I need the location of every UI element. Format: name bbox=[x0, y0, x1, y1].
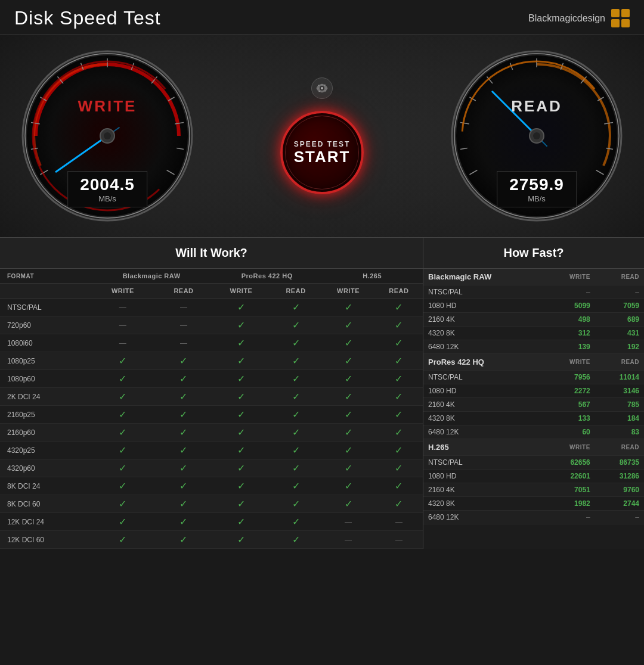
start-label-top: SPEED TEST bbox=[294, 140, 351, 148]
speed-row: NTSC/PAL 7956 11014 bbox=[423, 371, 644, 384]
table-row: 1080i60——✓✓✓✓ bbox=[0, 334, 423, 352]
write-col-label: WRITE bbox=[544, 269, 595, 285]
column-group-headers: FORMAT Blackmagic RAW ProRes 422 HQ H.26… bbox=[0, 269, 423, 284]
check-cell: ✓ bbox=[155, 442, 213, 459]
will-it-work-panel: Will It Work? FORMAT Blackmagic RAW ProR… bbox=[0, 238, 423, 549]
speed-write-val: 5099 bbox=[544, 299, 595, 313]
table-row: 2160p25✓✓✓✓✓✓ bbox=[0, 406, 423, 424]
codec-name: Blackmagic RAW bbox=[423, 269, 544, 285]
speed-row: 1080 HD 5099 7059 bbox=[423, 299, 644, 313]
check-cell: ✓ bbox=[321, 442, 374, 459]
brand-logo: Blackmagicdesign bbox=[528, 9, 630, 27]
table-row: 4320p25✓✓✓✓✓✓ bbox=[0, 442, 423, 459]
speed-write-val: 62656 bbox=[544, 456, 595, 470]
format-name-cell: 1080i60 bbox=[0, 334, 91, 352]
check-cell: ✓ bbox=[321, 424, 374, 442]
check-cell: ✓ bbox=[270, 299, 322, 316]
speed-table-body: Blackmagic RAW WRITE READ NTSC/PAL – – 1… bbox=[423, 269, 644, 524]
speed-read-val: 86735 bbox=[595, 456, 644, 470]
format-name-cell: 720p60 bbox=[0, 316, 91, 334]
format-name-cell: 12K DCI 60 bbox=[0, 531, 91, 549]
check-cell: ✓ bbox=[155, 352, 213, 370]
check-cell: ✓ bbox=[212, 513, 270, 531]
format-name-cell: 2160p60 bbox=[0, 424, 91, 442]
format-table: FORMAT Blackmagic RAW ProRes 422 HQ H.26… bbox=[0, 269, 423, 549]
check-cell: ✓ bbox=[270, 388, 322, 406]
format-name-cell: 8K DCI 24 bbox=[0, 477, 91, 495]
check-cell: ✓ bbox=[212, 531, 270, 549]
check-cell: ✓ bbox=[270, 459, 322, 477]
check-cell: ✓ bbox=[270, 531, 322, 549]
codec-name: H.265 bbox=[423, 439, 544, 456]
pr-write-header: WRITE bbox=[212, 284, 270, 299]
speed-write-val: 22601 bbox=[544, 470, 595, 483]
format-name-cell: 1080p25 bbox=[0, 352, 91, 370]
settings-button[interactable] bbox=[311, 77, 333, 99]
brand-square-3 bbox=[611, 19, 620, 27]
check-cell: ✓ bbox=[212, 495, 270, 513]
check-cell: ✓ bbox=[212, 316, 270, 334]
check-cell: — bbox=[155, 334, 213, 352]
speed-read-val: 689 bbox=[595, 313, 644, 327]
speed-row-name: NTSC/PAL bbox=[423, 285, 544, 299]
read-col-label: READ bbox=[595, 354, 644, 371]
table-row: 2160p60✓✓✓✓✓✓ bbox=[0, 424, 423, 442]
speed-write-val: 7956 bbox=[544, 371, 595, 384]
start-button[interactable]: SPEED TEST START bbox=[280, 111, 364, 194]
check-cell: ✓ bbox=[270, 352, 322, 370]
check-cell: — bbox=[375, 513, 423, 531]
read-gauge: READ 2759.9 MB/s bbox=[447, 46, 626, 225]
brand-square-1 bbox=[611, 9, 620, 17]
format-name-cell: 8K DCI 60 bbox=[0, 495, 91, 513]
read-unit: MB/s bbox=[509, 194, 564, 203]
codec-name: ProRes 422 HQ bbox=[423, 354, 544, 371]
check-cell: ✓ bbox=[212, 388, 270, 406]
column-subheaders: WRITE READ WRITE READ WRITE READ bbox=[0, 284, 423, 299]
check-cell: — bbox=[155, 299, 213, 316]
speed-row: 4320 8K 1982 2744 bbox=[423, 497, 644, 511]
center-controls: SPEED TEST START bbox=[280, 77, 364, 194]
speed-write-val: 1982 bbox=[544, 497, 595, 511]
check-cell: ✓ bbox=[91, 495, 155, 513]
data-section: Will It Work? FORMAT Blackmagic RAW ProR… bbox=[0, 238, 644, 549]
check-cell: ✓ bbox=[270, 442, 322, 459]
check-cell: ✓ bbox=[212, 406, 270, 424]
speed-read-val: 184 bbox=[595, 412, 644, 425]
speed-row-name: NTSC/PAL bbox=[423, 456, 544, 470]
check-cell: — bbox=[91, 334, 155, 352]
write-label: WRITE bbox=[78, 97, 137, 116]
speed-row: 4320 8K 133 184 bbox=[423, 412, 644, 425]
check-cell: ✓ bbox=[155, 477, 213, 495]
speed-row: 2160 4K 498 689 bbox=[423, 313, 644, 327]
speed-row: NTSC/PAL 62656 86735 bbox=[423, 456, 644, 470]
format-name-cell: 2K DCI 24 bbox=[0, 388, 91, 406]
check-cell: ✓ bbox=[212, 334, 270, 352]
check-cell: ✓ bbox=[91, 477, 155, 495]
speed-row: 1080 HD 22601 31286 bbox=[423, 470, 644, 483]
check-cell: ✓ bbox=[270, 370, 322, 388]
check-cell: ✓ bbox=[375, 442, 423, 459]
table-row: 12K DCI 60✓✓✓✓—— bbox=[0, 531, 423, 549]
format-name-cell: 12K DCI 24 bbox=[0, 513, 91, 531]
speed-write-val: – bbox=[544, 511, 595, 524]
check-cell: ✓ bbox=[91, 531, 155, 549]
check-cell: ✓ bbox=[155, 531, 213, 549]
speed-row: NTSC/PAL – – bbox=[423, 285, 644, 299]
h265-group-header: H.265 bbox=[321, 269, 423, 284]
check-cell: ✓ bbox=[375, 424, 423, 442]
check-cell: ✓ bbox=[375, 459, 423, 477]
gauges-area: WRITE 2004.5 MB/s SPEED TEST START bbox=[0, 35, 644, 237]
speed-read-val: – bbox=[595, 285, 644, 299]
table-row: 8K DCI 60✓✓✓✓✓✓ bbox=[0, 495, 423, 513]
format-table-body: NTSC/PAL——✓✓✓✓720p60——✓✓✓✓1080i60——✓✓✓✓1… bbox=[0, 299, 423, 549]
check-cell: ✓ bbox=[212, 299, 270, 316]
braw-group-header: Blackmagic RAW bbox=[91, 269, 212, 284]
speed-write-val: 498 bbox=[544, 313, 595, 327]
speed-read-val: 3146 bbox=[595, 384, 644, 398]
speed-row-name: 1080 HD bbox=[423, 384, 544, 398]
table-row: 2K DCI 24✓✓✓✓✓✓ bbox=[0, 388, 423, 406]
format-sub bbox=[0, 284, 91, 299]
speed-row-name: 4320 8K bbox=[423, 327, 544, 340]
check-cell: ✓ bbox=[375, 334, 423, 352]
svg-point-42 bbox=[533, 132, 540, 139]
